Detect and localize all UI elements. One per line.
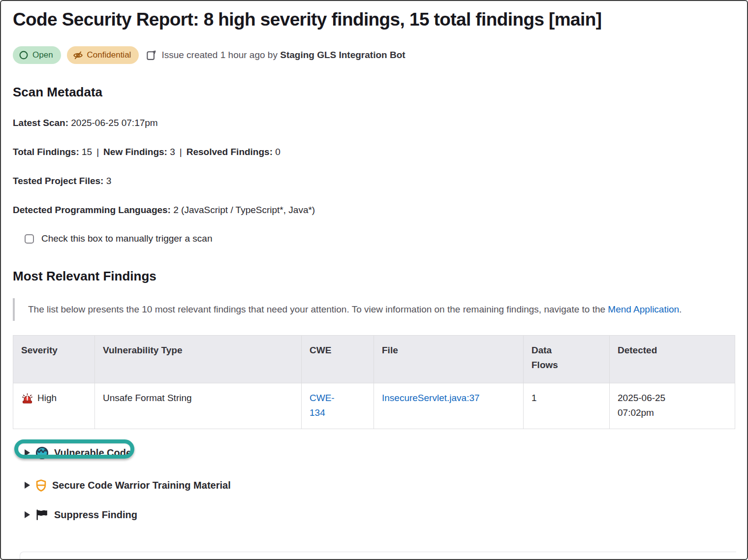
status-badge-open-label: Open [32,50,53,60]
findings-note-period: . [679,304,682,314]
findings-note: The list below presents the 10 most rele… [13,298,726,321]
trigger-scan-checkbox[interactable] [25,234,34,244]
col-header-cwe: CWE [302,336,374,383]
cwe-link[interactable]: CWE-134 [310,391,344,420]
col-header-vulnerability-type: Vulnerability Type [95,336,302,383]
col-header-data-flows: Data Flows [524,336,610,383]
eye-slash-icon [73,50,83,61]
latest-scan-value: 2025-06-25 07:17pm [71,118,157,128]
details-suppress-finding[interactable]: Suppress Finding [25,504,137,526]
findings-table-header-row: Severity Vulnerability Type CWE File Dat… [13,336,735,383]
resolved-findings-label: Resolved Findings: [187,147,273,157]
trigger-scan-label: Check this box to manually trigger a sca… [41,233,212,244]
new-findings-label: New Findings: [103,147,167,157]
resolved-findings-value: 0 [275,147,280,157]
vulnerability-type-cell: Unsafe Format String [95,383,302,429]
findings-counts-line: Total Findings: 15|New Findings: 3|Resol… [13,146,735,158]
separator: | [175,147,187,157]
tested-files-label: Tested Project Files: [13,176,103,186]
confidential-badge-label: Confidential [87,50,131,60]
issue-created-text: Issue created 1 hour ago by Staging GLS … [161,50,405,61]
page-title: Code Security Report: 8 high severity fi… [13,8,735,31]
scan-metadata-heading: Scan Metadata [13,85,735,100]
status-row: Open Confidential Issue created 1 hour a… [13,46,735,64]
detected-cell: 2025-06-25 07:02pm [610,383,735,429]
total-findings-label: Total Findings: [13,147,79,157]
collapsed-triangle-icon [25,482,30,489]
status-badge-open: Open [13,46,61,64]
new-findings-value: 3 [170,147,175,157]
most-relevant-findings-heading: Most Relevant Findings [13,269,735,284]
latest-scan-label: Latest Scan: [13,118,68,128]
languages-value: 2 (JavaScript / TypeScript*, Java*) [173,205,315,215]
issue-author: Staging GLS Integration Bot [280,50,405,60]
details-suppress-finding-label: Suppress Finding [54,509,137,521]
next-section-cutoff [20,552,736,560]
issue-type-icon [146,50,157,61]
languages-line: Detected Programming Languages: 2 (JavaS… [13,204,735,217]
trigger-scan-row: Check this box to manually trigger a sca… [25,233,735,244]
collapsed-triangle-icon [25,449,30,456]
issue-page: Code Security Report: 8 high severity fi… [0,0,748,560]
collapsed-triangle-icon [25,511,30,518]
details-vulnerable-code-label: Vulnerable Code [54,447,131,459]
mend-icon [35,446,49,460]
col-header-severity: Severity [13,336,95,383]
tested-files-line: Tested Project Files: 3 [13,175,735,187]
cwe-cell: CWE-134 [302,383,374,429]
file-cell: InsecureServlet.java:37 [374,383,524,429]
mend-application-link[interactable]: Mend Application [608,304,679,314]
severity-value: High [37,391,57,405]
data-flows-cell: 1 [524,383,610,429]
separator: | [92,147,103,157]
details-secure-code-warrior-label: Secure Code Warrior Training Material [52,480,231,491]
col-header-detected: Detected [610,336,735,383]
severity-cell: High [13,383,95,429]
confidential-badge: Confidential [67,46,139,64]
total-findings-value: 15 [82,147,92,157]
details-secure-code-warrior[interactable]: Secure Code Warrior Training Material [25,474,231,496]
finding-row: High Unsafe Format String CWE-134 Insecu… [13,383,735,429]
languages-label: Detected Programming Languages: [13,205,171,215]
siren-icon [21,392,33,404]
flag-icon [35,509,49,521]
file-link[interactable]: InsecureServlet.java:37 [382,393,480,403]
shield-icon [35,479,47,492]
findings-table: Severity Vulnerability Type CWE File Dat… [13,335,735,429]
col-header-file: File [374,336,524,383]
issue-created-line: Issue created 1 hour ago by Staging GLS … [146,50,405,61]
open-circle-icon [19,50,29,60]
latest-scan-line: Latest Scan: 2025-06-25 07:17pm [13,117,735,129]
details-vulnerable-code[interactable]: Vulnerable Code [25,442,131,464]
findings-note-text: The list below presents the 10 most rele… [28,304,605,314]
tested-files-value: 3 [106,176,112,186]
